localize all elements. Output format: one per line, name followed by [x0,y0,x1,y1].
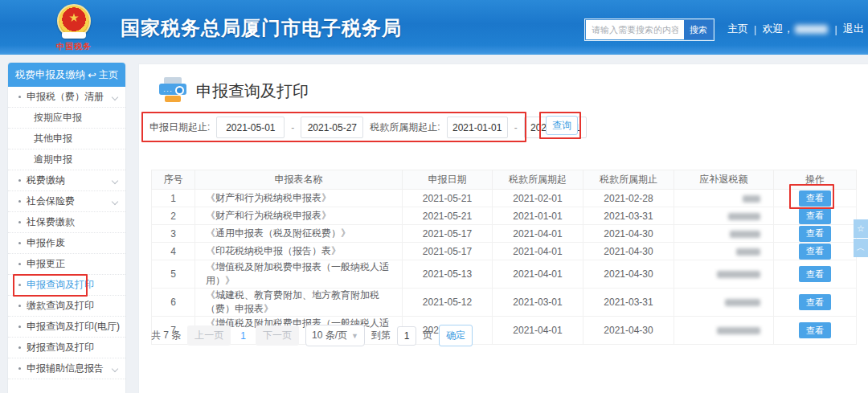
site-title: 国家税务总局厦门市电子税务局 [121,15,402,41]
cell-form-name: 《财产和行为税纳税申报表》 [195,207,403,225]
chevron-down-icon [112,366,118,372]
logo-caption: 中国税务 [42,41,106,52]
cell-declare-date: 2021-05-21 [403,207,493,225]
table-row: 5 《增值税及附加税费申报表（一般纳税人适用）》 2021-05-13 2021… [152,260,857,289]
cell-form-name: 《印花税纳税申报（报告）表》 [195,243,403,260]
sidebar-item-label: 申报查询及打印(电厅) [27,320,120,334]
view-button[interactable]: 查看 [799,322,831,338]
welcome-label: 欢迎， [762,22,793,36]
cell-no: 2 [152,207,195,225]
page-size-value: 10 条/页 [312,329,347,342]
cell-period-end: 2021-04-30 [583,317,674,345]
cell-period-end: 2021-02-28 [583,190,674,207]
view-button[interactable]: 查看 [799,190,831,207]
cell-no: 1 [152,190,195,207]
favorite-star-button[interactable]: ☆ [854,219,868,238]
col-amount: 应补退税额 [674,170,774,190]
cell-action: 查看 [774,260,857,289]
sidebar-item-declare-query-print-hall[interactable]: 申报查询及打印(电厅) [8,317,125,338]
sidebar-item-label: 缴款查询及打印 [27,299,94,313]
caret-down-icon: ▼ [351,332,358,340]
national-emblem-icon [57,4,91,38]
sidebar-item-declare-void[interactable]: 申报作废 [8,233,125,254]
bullet-icon [18,200,21,203]
bullet-icon [18,284,21,286]
confirm-button[interactable]: 确定 [439,325,473,346]
header-search: 搜索 [584,18,714,41]
magnifier-icon [175,86,184,95]
logout-link[interactable]: 退出 [843,22,864,36]
collapse-up-button[interactable]: ︿ [854,239,868,257]
tax-period-label: 税款所属期起止: [370,121,440,134]
sidebar-item-label: 申报查询及打印 [27,278,94,292]
sidebar-item-periodic-declare[interactable]: 按期应申报 [8,108,125,129]
cell-declare-date: 2021-05-13 [403,260,493,289]
col-period-start: 税款所属期起 [493,170,583,190]
query-button[interactable]: 查询 [546,116,578,135]
total-count: 共 7 条 [151,329,181,342]
cell-amount-redacted [674,225,774,243]
cell-declare-date: 2021-05-12 [403,289,493,317]
cell-period-end: 2021-04-30 [583,225,674,243]
bullet-icon [18,305,21,307]
sidebar-item-label: 申报辅助信息报告 [27,362,104,375]
view-button[interactable]: 查看 [799,266,831,282]
page-size-select[interactable]: 10 条/页 ▼ [305,325,365,346]
prev-page-button[interactable]: 上一页 [187,325,231,346]
sidebar-home-link[interactable]: ↩ 主页 [88,68,118,82]
search-button[interactable]: 搜索 [684,20,713,39]
cell-amount-redacted [674,289,774,317]
cell-no: 4 [152,243,195,260]
tax-period-from-input[interactable] [447,117,508,138]
sidebar-item-overdue-declare[interactable]: 逾期申报 [8,149,125,170]
back-arrow-icon: ↩ [88,70,96,80]
sidebar-item-label: 税费缴纳 [27,174,65,187]
chevron-down-icon [112,199,118,205]
username-redacted [795,25,827,34]
goto-page-input[interactable] [397,326,416,346]
view-button[interactable]: 查看 [799,208,831,224]
cell-no: 6 [152,289,195,317]
cell-period-start: 2021-04-01 [493,260,583,289]
bullet-icon [18,346,21,349]
cell-period-start: 2021-01-01 [493,207,583,225]
next-page-button[interactable]: 下一页 [256,325,299,346]
cell-period-end: 2021-03-31 [583,207,674,225]
current-page[interactable]: 1 [237,330,249,342]
sidebar-item-social-insurance[interactable]: 社会保险费 [8,191,125,212]
cell-period-start: 2021-02-01 [493,190,583,207]
sidebar-item-other-declare[interactable]: 其他申报 [8,129,125,149]
sidebar: 税费申报及缴纳 ↩ 主页 申报税（费）清册 按期应申报 其他申报 逾期申报 税费… [8,63,125,393]
sidebar-item-declare-list[interactable]: 申报税（费）清册 [8,87,125,108]
declare-date-label: 申报日期起止: [149,121,210,134]
table-row: 6 《城建税、教育费附加、地方教育附加税（费）申报表》 2021-05-12 2… [152,289,857,317]
search-input[interactable] [586,20,684,39]
sidebar-header: 税费申报及缴纳 ↩ 主页 [8,63,125,87]
cell-amount-redacted [674,243,774,260]
cell-period-start: 2021-04-01 [493,225,583,243]
view-button[interactable]: 查看 [799,244,831,260]
sidebar-item-aux-info-report[interactable]: 申报辅助信息报告 [8,358,125,379]
sidebar-item-tax-payment[interactable]: 税费缴纳 [8,170,125,191]
date-range-dash: - [291,122,294,133]
declare-date-to-input[interactable] [301,117,363,138]
bullet-icon [18,367,21,370]
sidebar-item-label: 财报查询及打印 [27,341,94,354]
sidebar-item-declare-correct[interactable]: 申报更正 [8,254,125,275]
floating-widget: ☆ ︿ [854,219,868,258]
cell-amount-redacted [674,260,774,289]
sidebar-item-label: 申报作废 [27,236,65,250]
declaration-table: 序号 申报表名称 申报日期 税款所属期起 税款所属期止 应补退税额 操作 1 《… [151,170,857,345]
chevron-down-icon [112,178,118,184]
sidebar-item-social-fee-pay[interactable]: 社保费缴款 [8,212,125,233]
declare-date-from-input[interactable] [216,117,285,138]
sidebar-item-payment-query-print[interactable]: 缴款查询及打印 [8,296,125,317]
bullet-icon [18,242,21,244]
cell-period-end: 2021-04-30 [583,243,674,260]
view-button[interactable]: 查看 [799,226,831,242]
filter-bar: 申报日期起止: - 税款所属期起止: - [145,115,587,140]
sidebar-item-financial-report-query[interactable]: 财报查询及打印 [8,338,125,358]
sidebar-item-declare-query-print[interactable]: 申报查询及打印 [8,275,125,296]
view-button[interactable]: 查看 [799,294,831,310]
home-link[interactable]: 主页 [727,22,748,36]
